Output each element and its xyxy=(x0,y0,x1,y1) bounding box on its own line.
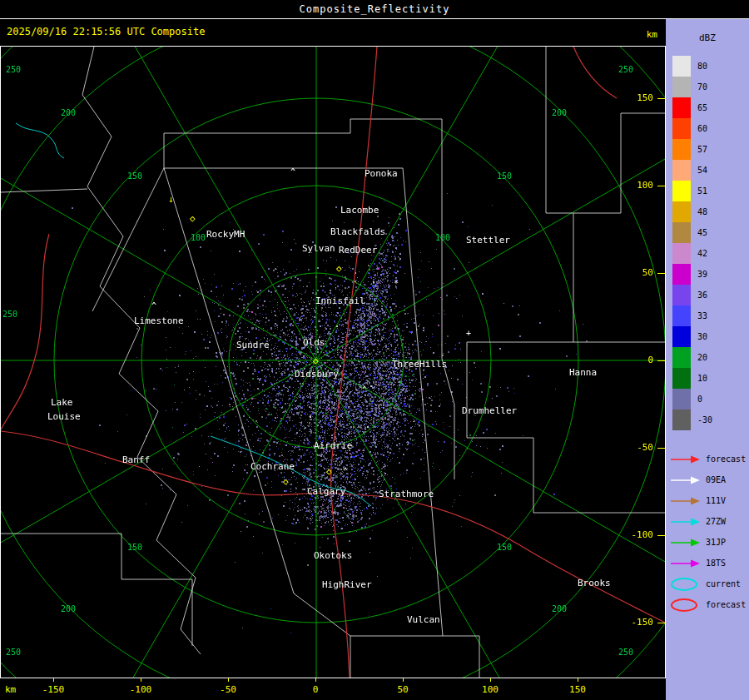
colorbar-row: 10 xyxy=(672,368,712,389)
city-label: Hanna xyxy=(569,367,597,378)
city-label: Sundre xyxy=(236,340,270,350)
09EA-arrow-icon xyxy=(669,475,701,485)
right-axis-tick xyxy=(657,623,665,623)
window-title: Composite_Reflectivity xyxy=(300,3,450,15)
legend-row: forecast xyxy=(669,449,746,469)
city-label: Drumheller xyxy=(462,405,517,416)
colorbar-row: 30 xyxy=(672,326,712,347)
colorbar-value: 36 xyxy=(697,290,707,300)
legend-label: 09EA xyxy=(706,475,726,484)
city-label: Olds xyxy=(303,337,325,348)
bottom-axis-tick-label: -150 xyxy=(42,684,65,695)
city-label: Ponoka xyxy=(365,168,398,179)
header-strip: 2025/09/16 22:15:56 UTC Composite km xyxy=(0,19,666,46)
legend-sidebar: dBZ 807065605754514845423936333020100-30… xyxy=(666,19,749,700)
right-axis-tick-label: 0 xyxy=(620,355,653,365)
radar-site-diamond-icon: ◇ xyxy=(313,355,319,366)
range-ring-label: 200 xyxy=(552,108,567,117)
legend-label: 18TS xyxy=(706,559,726,568)
bottom-axis-unit-label: km xyxy=(5,684,16,695)
colorbar-swatch xyxy=(672,56,691,77)
right-axis-tick xyxy=(657,98,665,99)
colorbar-row: 65 xyxy=(672,97,712,118)
bottom-axis-tick-label: -100 xyxy=(130,684,152,695)
radar-site-diamond-icon: ◇ xyxy=(326,466,332,477)
bottom-axis-tick xyxy=(53,678,54,682)
city-label: Banff xyxy=(122,454,150,465)
colorbar-row: 42 xyxy=(672,243,712,264)
colorbar-swatch xyxy=(672,326,691,347)
colorbar-swatch xyxy=(672,160,691,181)
legend-row: 31JP xyxy=(669,532,746,553)
colorbar-row: 20 xyxy=(672,347,712,368)
city-label: RedDeer xyxy=(339,245,377,256)
colorbar-row: 36 xyxy=(672,285,712,305)
range-ring-label: 250 xyxy=(618,65,633,74)
radar-site-diamond-icon: ◇ xyxy=(336,263,342,274)
city-label: Lake xyxy=(51,397,73,408)
colorbar-value: 51 xyxy=(697,186,707,196)
18TS-arrow-icon xyxy=(669,559,701,568)
colorbar-value: 48 xyxy=(697,207,707,216)
colorbar-value: 70 xyxy=(697,82,707,92)
city-label: RockyMH xyxy=(206,229,245,240)
city-label: Stettler xyxy=(466,235,510,246)
bottom-axis-tick-label: 50 xyxy=(397,684,408,695)
legend-label: forecast xyxy=(706,600,746,609)
colorbar-value: 20 xyxy=(697,353,707,362)
city-label: Sylvan xyxy=(302,243,335,254)
right-axis-tick xyxy=(657,186,665,186)
range-ring-label: 200 xyxy=(552,604,567,613)
storm-cell-marker: + xyxy=(466,329,471,338)
colorbar-value: 10 xyxy=(697,374,707,383)
dbz-scale-title: dBZ xyxy=(699,32,716,43)
right-axis-tick-label: 100 xyxy=(620,180,653,191)
storm-cell-marker: * xyxy=(394,279,399,288)
plot-column: 2025/09/16 22:15:56 UTC Composite km xyxy=(0,19,666,700)
range-ring-label: 150 xyxy=(127,543,142,552)
storm-cell-marker: ^ xyxy=(362,385,367,395)
legend-label: current xyxy=(706,579,741,588)
range-ring-label: 250 xyxy=(618,648,633,657)
range-ring-label: 250 xyxy=(2,310,17,319)
legend-row: 27ZW xyxy=(669,511,746,532)
city-label: Louise xyxy=(47,411,81,422)
track-arrow-icon: ↓ xyxy=(168,194,174,205)
colorbar-swatch xyxy=(672,201,691,222)
31JP-arrow-icon xyxy=(669,538,701,548)
right-axis-tick xyxy=(657,448,665,449)
colorbar-row: 0 xyxy=(672,389,712,410)
label-layer: 150100500-50-100-15025020015010010015020… xyxy=(1,47,665,678)
colorbar-row: 33 xyxy=(672,305,712,326)
storm-cell-marker: ^ xyxy=(290,167,295,176)
colorbar-value: 65 xyxy=(697,103,707,112)
colorbar-value: 57 xyxy=(697,145,707,154)
colorbar-swatch xyxy=(672,410,691,430)
right-axis-tick-label: -50 xyxy=(620,442,653,453)
city-label: Limestone xyxy=(134,315,184,326)
colorbar-value: 0 xyxy=(697,395,702,404)
city-label: Vulcan xyxy=(407,614,440,625)
legend-row: forecast xyxy=(669,594,746,615)
colorbar-value: 30 xyxy=(697,332,707,341)
colorbar-swatch xyxy=(672,222,691,243)
city-label: Airdrie xyxy=(314,440,352,451)
bottom-axis-tick-label: -50 xyxy=(220,684,236,695)
city-label: Blackfalds xyxy=(330,226,385,237)
111V-arrow-icon xyxy=(669,496,701,506)
bottom-axis-tick xyxy=(228,678,229,682)
legend-label: forecast xyxy=(706,454,746,464)
radar-site-diamond-icon: ◇ xyxy=(283,476,289,487)
storm-cell-marker: ^ xyxy=(151,301,156,310)
range-ring-label: 150 xyxy=(497,171,512,181)
city-label: HighRiver xyxy=(322,579,372,590)
right-axis-unit-label: km xyxy=(647,29,657,40)
colorbar-swatch xyxy=(672,97,691,118)
bottom-axis-tick xyxy=(578,678,578,682)
legend-row: 09EA xyxy=(669,469,746,490)
bottom-axis-tick xyxy=(403,678,404,682)
colorbar-value: 42 xyxy=(697,249,707,258)
dbz-colorbar: 807065605754514845423936333020100-30 xyxy=(672,56,712,430)
window-titlebar[interactable]: Composite_Reflectivity xyxy=(0,0,749,19)
legend-row: 111V xyxy=(669,490,746,511)
